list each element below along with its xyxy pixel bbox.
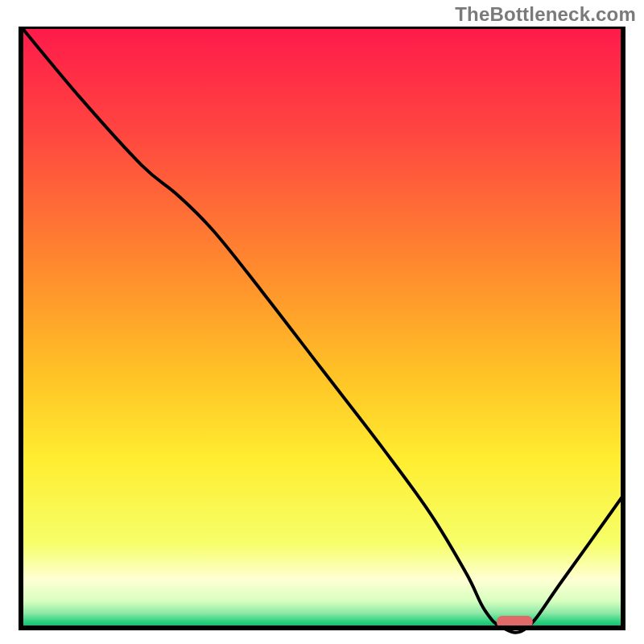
attribution-text: TheBottleneck.com <box>455 3 636 26</box>
plot-background <box>21 27 623 628</box>
bottleneck-chart <box>0 0 644 644</box>
